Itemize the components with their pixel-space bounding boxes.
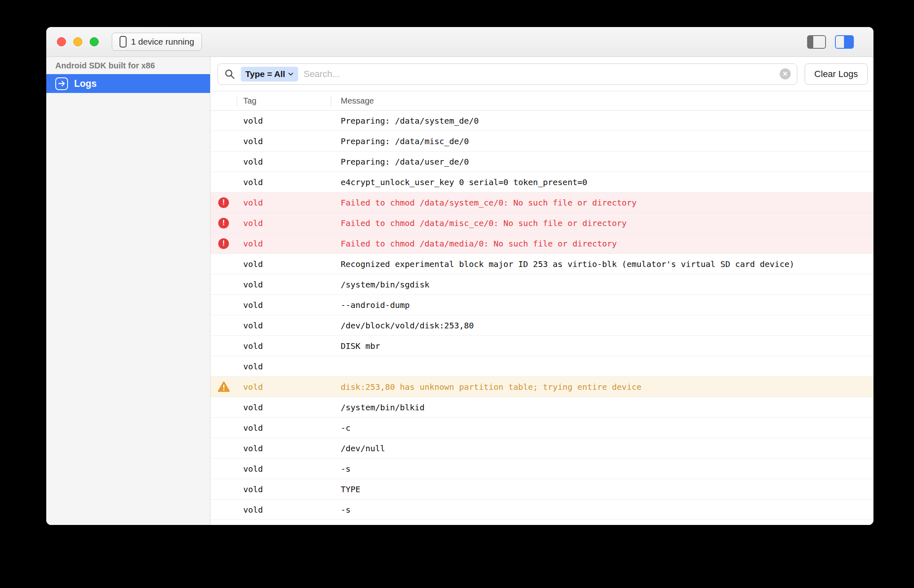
sidebar-item-logs[interactable]: Logs xyxy=(46,74,210,93)
log-tag-cell: vold xyxy=(237,136,331,146)
filter-type-token[interactable]: Type = All xyxy=(241,67,298,81)
log-message-cell: /system/bin/blkid xyxy=(331,403,873,412)
warning-icon xyxy=(218,381,230,392)
log-tag-cell: vold xyxy=(237,157,331,167)
device-running-button[interactable]: 1 device running xyxy=(112,33,202,51)
log-tag-cell: vold xyxy=(237,341,331,351)
log-tag-cell: vold xyxy=(237,484,331,494)
error-icon: ! xyxy=(218,238,229,249)
log-row[interactable]: vold -c xyxy=(210,418,873,438)
zoom-button[interactable] xyxy=(90,37,99,46)
log-row[interactable]: vold Recognized experimental block major… xyxy=(210,254,873,274)
clear-logs-button[interactable]: Clear Logs xyxy=(805,63,868,85)
log-message-cell: Preparing: /data/user_de/0 xyxy=(331,157,873,167)
log-row[interactable]: ! vold Failed to chmod /data/system_ce/0… xyxy=(210,192,873,213)
log-row[interactable]: vold -s xyxy=(210,500,873,520)
sidebar-header: Android SDK built for x86 xyxy=(46,57,210,74)
log-row[interactable]: ! vold Failed to chmod /data/media/0: No… xyxy=(210,233,873,254)
log-tag-cell: vold xyxy=(237,403,331,412)
close-button[interactable] xyxy=(57,37,66,46)
log-row[interactable]: vold /system/bin/sgdisk xyxy=(210,274,873,295)
log-row[interactable]: vold --android-dump xyxy=(210,295,873,315)
search-icon xyxy=(224,68,235,80)
log-message-cell: Preparing: /data/system_de/0 xyxy=(331,116,873,126)
log-row[interactable]: ! vold Failed to chmod /data/misc_ce/0: … xyxy=(210,213,873,233)
log-tag-cell: vold xyxy=(237,116,331,126)
log-message-cell: e4crypt_unlock_user_key 0 serial=0 token… xyxy=(331,177,873,187)
log-row[interactable]: vold Preparing: /data/system_de/0 xyxy=(210,111,873,131)
log-row[interactable]: vold -s xyxy=(210,459,873,479)
log-row[interactable]: vold xyxy=(210,356,873,377)
main-panel: Type = All ✕ Clear Logs Tag Message xyxy=(210,57,873,525)
log-message-cell: disk:253,80 has unknown partition table;… xyxy=(331,382,873,392)
log-level-cell xyxy=(210,381,237,392)
window-body: Android SDK built for x86 Logs xyxy=(46,57,873,525)
logs-arrow-icon xyxy=(55,77,68,90)
clear-search-icon[interactable]: ✕ xyxy=(780,68,791,79)
log-tag-cell: vold xyxy=(237,280,331,289)
log-row[interactable]: vold disk:253,80 has unknown partition t… xyxy=(210,377,873,397)
column-header-tag[interactable]: Tag xyxy=(237,91,331,110)
log-message-cell: -s xyxy=(331,505,873,515)
log-message-cell: --android-dump xyxy=(331,300,873,310)
log-row[interactable]: vold /system/bin/blkid xyxy=(210,397,873,418)
log-message-cell: Failed to chmod /data/system_ce/0: No su… xyxy=(331,198,873,208)
log-tag-cell: vold xyxy=(237,321,331,330)
log-table-header: Tag Message xyxy=(210,91,873,111)
phone-icon xyxy=(120,36,127,47)
log-message-cell: Failed to chmod /data/misc_ce/0: No such… xyxy=(331,218,873,228)
log-level-cell: ! xyxy=(210,197,237,208)
search-field[interactable]: Type = All ✕ xyxy=(217,63,797,85)
error-icon: ! xyxy=(218,197,229,208)
sidebar: Android SDK built for x86 Logs xyxy=(46,57,210,525)
right-panel-toggle-icon[interactable] xyxy=(835,35,854,49)
log-row[interactable]: vold DISK mbr xyxy=(210,336,873,356)
log-tag-cell: vold xyxy=(237,423,331,433)
log-tag-cell: vold xyxy=(237,362,331,371)
app-window: 1 device running Android SDK built for x… xyxy=(46,27,873,525)
log-message-cell: TYPE xyxy=(331,484,873,494)
sidebar-item-label: Logs xyxy=(74,78,97,89)
log-level-cell: ! xyxy=(210,238,237,249)
error-icon: ! xyxy=(218,218,229,228)
log-message-cell: Preparing: /data/misc_de/0 xyxy=(331,136,873,146)
log-message-cell: /dev/block/vold/disk:253,80 xyxy=(331,321,873,330)
device-running-label: 1 device running xyxy=(131,37,194,47)
filter-token-label: Type = All xyxy=(245,69,285,79)
log-tag-cell: vold xyxy=(237,505,331,515)
column-header-message[interactable]: Message xyxy=(331,91,873,110)
log-message-cell: -s xyxy=(331,464,873,474)
log-tag-cell: vold xyxy=(237,239,331,249)
panel-toggles xyxy=(807,35,854,49)
log-row[interactable]: vold /dev/null xyxy=(210,438,873,459)
log-tag-cell: vold xyxy=(237,382,331,392)
log-message-cell: DISK mbr xyxy=(331,341,873,351)
chevron-down-icon xyxy=(288,72,294,76)
log-row[interactable]: vold Preparing: /data/user_de/0 xyxy=(210,152,873,172)
log-tag-cell: vold xyxy=(237,218,331,228)
log-tag-cell: vold xyxy=(237,300,331,310)
log-tag-cell: vold xyxy=(237,259,331,269)
log-message-cell: Failed to chmod /data/media/0: No such f… xyxy=(331,239,873,249)
log-tag-cell: vold xyxy=(237,443,331,453)
traffic-lights xyxy=(57,37,99,46)
log-message-cell: /dev/null xyxy=(331,443,873,453)
log-row[interactable]: vold /dev/block/vold/disk:253,80 xyxy=(210,315,873,336)
log-message-cell: Recognized experimental block major ID 2… xyxy=(331,259,873,269)
titlebar[interactable]: 1 device running xyxy=(46,27,873,57)
log-tag-cell: vold xyxy=(237,464,331,474)
log-toolbar: Type = All ✕ Clear Logs xyxy=(210,57,873,91)
log-rows: vold Preparing: /data/system_de/0 vold P… xyxy=(210,111,873,525)
column-header-level xyxy=(210,91,237,110)
log-tag-cell: vold xyxy=(237,198,331,208)
log-message-cell: -c xyxy=(331,423,873,433)
log-row[interactable]: vold e4crypt_unlock_user_key 0 serial=0 … xyxy=(210,172,873,192)
log-message-cell: /system/bin/sgdisk xyxy=(331,280,873,289)
log-level-cell: ! xyxy=(210,218,237,228)
minimize-button[interactable] xyxy=(73,37,82,46)
log-row[interactable]: vold TYPE xyxy=(210,479,873,500)
left-panel-toggle-icon[interactable] xyxy=(807,35,826,49)
log-row[interactable]: vold Preparing: /data/misc_de/0 xyxy=(210,131,873,152)
search-input[interactable] xyxy=(303,69,774,79)
log-tag-cell: vold xyxy=(237,177,331,187)
